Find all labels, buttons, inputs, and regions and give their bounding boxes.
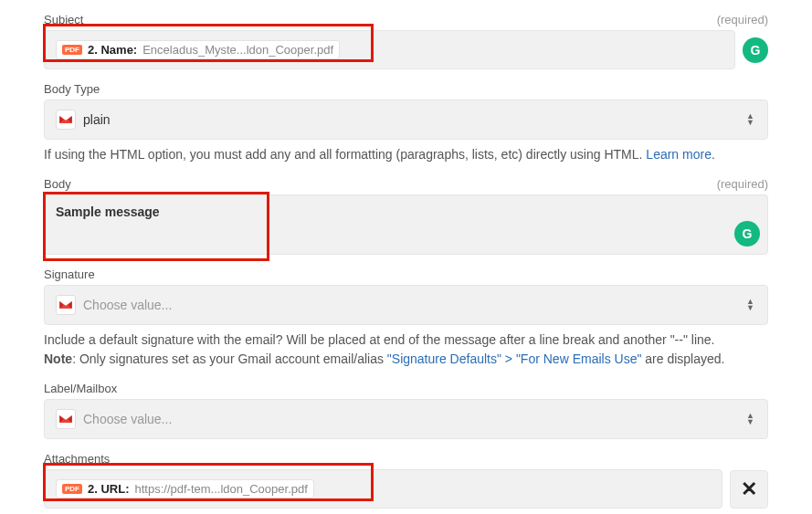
gmail-icon (56, 409, 76, 429)
body-label: Body (44, 177, 71, 191)
labelmailbox-placeholder: Choose value... (83, 412, 172, 426)
labelmailbox-select[interactable]: Choose value... ▲▼ (44, 399, 768, 439)
body-value: Sample message (56, 205, 160, 219)
signature-select[interactable]: Choose value... ▲▼ (44, 285, 768, 325)
gmail-icon (56, 295, 76, 315)
attachments-pill-prefix: 2. URL: (88, 482, 130, 496)
attachments-label: Attachments (44, 452, 110, 466)
chevron-updown-icon: ▲▼ (746, 413, 756, 425)
close-icon: ✕ (741, 477, 757, 501)
highlight-body (43, 192, 269, 261)
body-required: (required) (717, 177, 768, 191)
subject-required: (required) (717, 13, 768, 26)
grammarly-icon[interactable]: G (743, 37, 768, 63)
signature-helper: Include a default signature with the ema… (44, 330, 768, 369)
attachments-input[interactable]: PDF 2. URL: https://pdf-tem...ldon_Coope… (44, 469, 722, 509)
subject-pill-value: Enceladus_Myste...ldon_Cooper.pdf (142, 43, 333, 57)
pdf-badge-icon: PDF (62, 45, 82, 56)
gmail-icon (56, 110, 76, 130)
signature-placeholder: Choose value... (83, 298, 172, 312)
bodytype-label: Body Type (44, 82, 100, 96)
subject-label: Subject (44, 13, 83, 26)
body-textarea[interactable]: Sample message G (44, 194, 768, 255)
subject-input[interactable]: PDF 2. Name: Enceladus_Myste...ldon_Coop… (44, 30, 735, 69)
grammarly-icon[interactable]: G (734, 221, 760, 247)
subject-pill-prefix: 2. Name: (88, 43, 137, 57)
subject-pill[interactable]: PDF 2. Name: Enceladus_Myste...ldon_Coop… (56, 40, 340, 59)
labelmailbox-label: Label/Mailbox (44, 382, 117, 395)
learn-more-link[interactable]: Learn more (646, 147, 712, 162)
remove-attachment-button[interactable]: ✕ (730, 470, 768, 509)
signature-label: Signature (44, 267, 95, 281)
chevron-updown-icon: ▲▼ (746, 113, 756, 126)
attachments-pill-value: https://pdf-tem...ldon_Cooper.pdf (135, 482, 308, 496)
attachments-pill[interactable]: PDF 2. URL: https://pdf-tem...ldon_Coope… (56, 479, 314, 498)
bodytype-select[interactable]: plain ▲▼ (44, 100, 768, 140)
chevron-updown-icon: ▲▼ (746, 299, 756, 311)
pdf-badge-icon: PDF (62, 484, 82, 495)
bodytype-helper: If using the HTML option, you must add a… (44, 145, 768, 164)
bodytype-value: plain (83, 112, 111, 127)
signature-defaults-link[interactable]: "Signature Defaults" > "For New Emails U… (387, 351, 642, 366)
